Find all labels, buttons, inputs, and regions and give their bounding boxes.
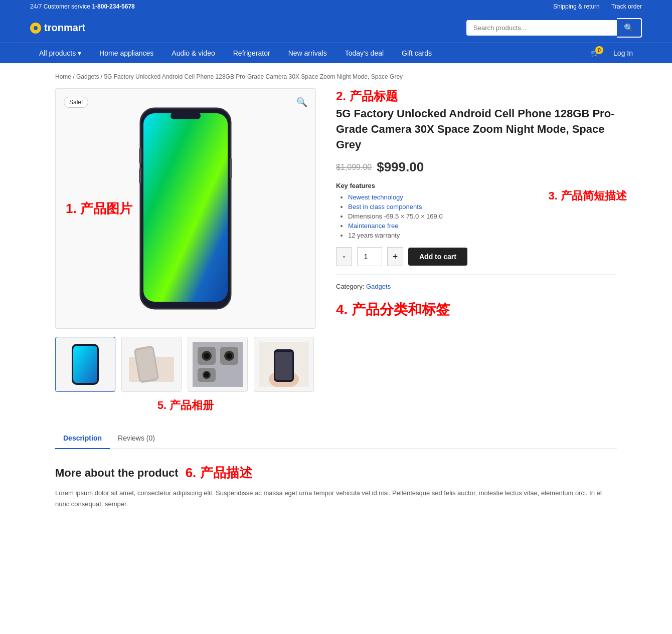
nav-item-gift-cards[interactable]: Gift cards	[393, 43, 441, 63]
nav-item-audio-video[interactable]: Audio & video	[162, 43, 224, 63]
cart-row: - + Add to cart	[336, 247, 617, 266]
gallery-thumb-1[interactable]	[55, 337, 115, 392]
logo[interactable]: tronmart	[30, 22, 85, 34]
product-gallery	[55, 337, 316, 392]
breadcrumb-current: 5G Factory Unlocked Android Cell Phone 1…	[104, 73, 403, 80]
quantity-increase-button[interactable]: +	[387, 247, 403, 266]
search-button[interactable]: 🔍	[617, 18, 642, 38]
track-order-link[interactable]: Track order	[611, 3, 642, 10]
nav-item-home-appliances[interactable]: Home appliances	[90, 43, 162, 63]
zoom-icon[interactable]: 🔍	[296, 97, 307, 108]
tab-reviews[interactable]: Reviews (0)	[110, 428, 163, 448]
search-input[interactable]	[466, 20, 617, 36]
product-images: Sale! 🔍 1. 产品图片	[55, 88, 316, 413]
logo-text: tronmart	[44, 22, 85, 34]
feature-item-3: Maintenance free	[348, 222, 617, 230]
description-section: More about the product 6. 产品描述 Lorem ips…	[55, 459, 617, 525]
nav-item-todays-deal[interactable]: Today's deal	[336, 43, 393, 63]
category-link[interactable]: Gadgets	[366, 283, 391, 290]
cart-icon[interactable]: 🛒 0	[586, 43, 604, 63]
nav-item-refrigerator[interactable]: Refrigerator	[224, 43, 279, 63]
feature-item-1: Best in class components	[348, 203, 617, 210]
product-main-image	[130, 103, 241, 314]
annotation-5: 5. 产品相册	[55, 398, 316, 413]
new-price: $999.00	[377, 159, 424, 175]
annotation-6: 6. 产品描述	[186, 464, 252, 482]
header: tronmart 🔍	[0, 13, 672, 43]
feature-item-2: Dimensions -69.5 × 75.0 × 169.0	[348, 213, 617, 220]
shipping-return-link[interactable]: Shipping & return	[553, 3, 600, 10]
gallery-thumb-4[interactable]	[254, 337, 314, 392]
description-title: More about the product 6. 产品描述	[55, 464, 617, 482]
svg-rect-4	[139, 168, 141, 183]
svg-rect-3	[139, 148, 141, 163]
price-wrap: $1,099.00 $999.00	[336, 159, 617, 175]
product-info: 2. 产品标题 5G Factory Unlocked Android Cell…	[336, 88, 617, 319]
gallery-thumb-3[interactable]	[188, 337, 248, 392]
product-title: 5G Factory Unlocked Android Cell Phone 1…	[336, 106, 617, 152]
add-to-cart-button[interactable]: Add to cart	[408, 248, 467, 266]
annotation-4: 4. 产品分类和标签	[336, 300, 617, 319]
svg-rect-7	[73, 346, 97, 383]
annotation-1: 1. 产品图片	[66, 200, 132, 218]
svg-point-17	[226, 353, 232, 359]
login-button[interactable]: Log In	[604, 43, 642, 63]
old-price: $1,099.00	[336, 163, 372, 172]
quantity-decrease-button[interactable]: -	[336, 247, 352, 266]
annotation-3: 3. 产品简短描述	[549, 188, 627, 203]
nav-item-all-products[interactable]: All products ▾	[30, 43, 90, 63]
breadcrumb-gadgets[interactable]: Gadgets	[76, 73, 99, 80]
nav-item-new-arrivals[interactable]: New arrivals	[279, 43, 336, 63]
svg-point-14	[204, 353, 210, 359]
feature-item-4: 12 years warranty	[348, 232, 617, 239]
top-bar: 24/7 Customer service 1-800-234-5678 Shi…	[0, 0, 672, 13]
svg-rect-2	[171, 112, 201, 119]
main-nav: All products ▾ Home appliances Audio & v…	[0, 43, 672, 63]
product-layout: Sale! 🔍 1. 产品图片	[55, 88, 617, 413]
annotation-2: 2. 产品标题	[336, 88, 617, 104]
svg-point-20	[204, 372, 209, 377]
tab-description[interactable]: Description	[55, 428, 110, 449]
customer-service: 24/7 Customer service 1-800-234-5678	[30, 3, 135, 10]
svg-rect-24	[275, 352, 292, 380]
svg-rect-5	[230, 158, 232, 178]
top-links: Shipping & return Track order	[543, 3, 642, 10]
svg-rect-1	[143, 113, 228, 302]
cart-badge: 0	[595, 46, 603, 54]
gallery-thumb-2[interactable]	[121, 337, 182, 392]
chevron-down-icon: ▾	[78, 49, 81, 57]
main-content: Home / Gadgets / 5G Factory Unlocked And…	[35, 63, 637, 535]
main-image-container: Sale! 🔍 1. 产品图片	[55, 88, 316, 329]
breadcrumb-home[interactable]: Home	[55, 73, 71, 80]
search-bar: 🔍	[466, 18, 642, 38]
tabs-row: Description Reviews (0)	[55, 428, 617, 449]
breadcrumb: Home / Gadgets / 5G Factory Unlocked And…	[55, 73, 617, 80]
logo-icon	[30, 23, 41, 34]
quantity-input[interactable]	[357, 247, 382, 266]
description-text: Lorem ipsum dolor sit amet, consectetur …	[55, 488, 617, 510]
sale-badge: Sale!	[64, 97, 88, 108]
category-row: Category: Gadgets	[336, 283, 617, 290]
